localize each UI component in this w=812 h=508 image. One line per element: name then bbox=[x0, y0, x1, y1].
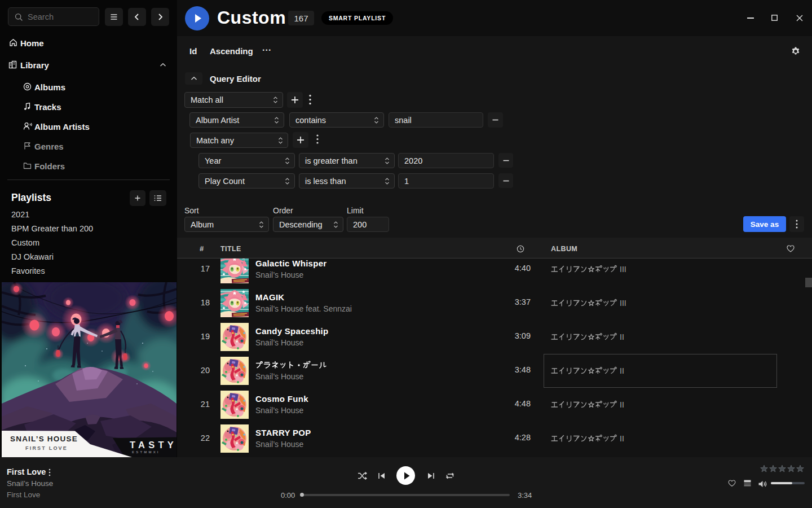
svg-text:SNAIL’S HOUSE: SNAIL’S HOUSE bbox=[10, 435, 78, 443]
svg-text:ESTMMXI: ESTMMXI bbox=[132, 450, 160, 454]
svg-text:TASTY: TASTY bbox=[130, 440, 176, 450]
svg-text:FIRST LOVE: FIRST LOVE bbox=[25, 445, 68, 451]
